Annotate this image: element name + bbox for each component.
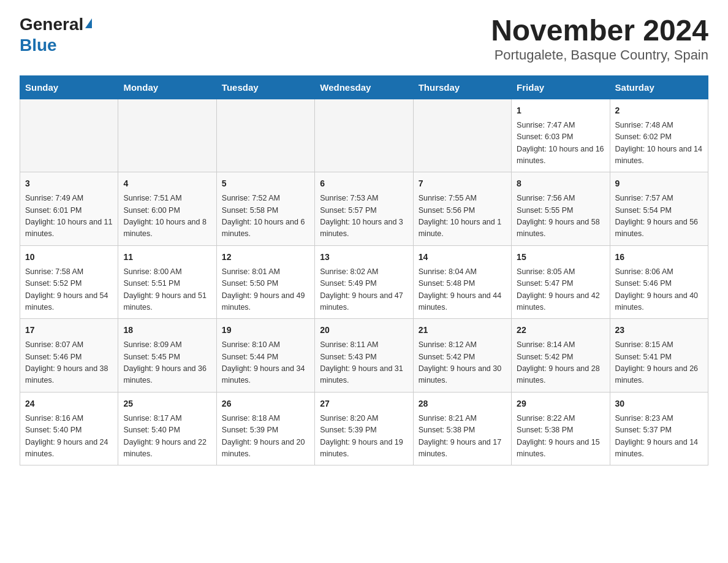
- day-info: Sunrise: 7:51 AMSunset: 6:00 PMDaylight:…: [123, 193, 211, 240]
- day-info: Sunrise: 7:53 AMSunset: 5:57 PMDaylight:…: [320, 193, 408, 240]
- calendar-week-row: 1Sunrise: 7:47 AMSunset: 6:03 PMDaylight…: [20, 99, 708, 172]
- day-number: 26: [222, 397, 309, 410]
- day-number: 12: [222, 251, 309, 264]
- calendar-cell: 19Sunrise: 8:10 AMSunset: 5:44 PMDayligh…: [216, 319, 314, 393]
- day-info: Sunrise: 7:52 AMSunset: 5:58 PMDaylight:…: [222, 193, 309, 240]
- logo: General Blue: [20, 15, 92, 55]
- day-number: 7: [419, 177, 506, 190]
- day-info: Sunrise: 7:49 AMSunset: 6:01 PMDaylight:…: [25, 193, 113, 240]
- day-info: Sunrise: 8:02 AMSunset: 5:49 PMDaylight:…: [320, 266, 408, 314]
- day-info: Sunrise: 8:21 AMSunset: 5:38 PMDaylight:…: [419, 413, 506, 461]
- calendar-cell: [20, 99, 118, 172]
- col-friday: Friday: [512, 75, 610, 99]
- calendar-week-row: 3Sunrise: 7:49 AMSunset: 6:01 PMDaylight…: [20, 172, 708, 246]
- calendar-cell: 6Sunrise: 7:53 AMSunset: 5:57 PMDaylight…: [315, 172, 413, 246]
- day-info: Sunrise: 8:16 AMSunset: 5:40 PMDaylight:…: [25, 413, 113, 461]
- day-number: 27: [320, 397, 408, 410]
- calendar-cell: 1Sunrise: 7:47 AMSunset: 6:03 PMDaylight…: [512, 99, 610, 172]
- day-info: Sunrise: 7:58 AMSunset: 5:52 PMDaylight:…: [25, 266, 113, 314]
- calendar-cell: 22Sunrise: 8:14 AMSunset: 5:42 PMDayligh…: [512, 319, 610, 393]
- day-info: Sunrise: 8:07 AMSunset: 5:46 PMDaylight:…: [25, 339, 113, 387]
- day-info: Sunrise: 8:22 AMSunset: 5:38 PMDaylight:…: [517, 413, 604, 461]
- day-info: Sunrise: 7:47 AMSunset: 6:03 PMDaylight:…: [517, 120, 604, 167]
- day-number: 11: [123, 251, 211, 264]
- day-number: 29: [517, 397, 604, 410]
- calendar-table: Sunday Monday Tuesday Wednesday Thursday…: [20, 75, 708, 466]
- calendar-cell: 29Sunrise: 8:22 AMSunset: 5:38 PMDayligh…: [512, 392, 610, 465]
- calendar-cell: 21Sunrise: 8:12 AMSunset: 5:42 PMDayligh…: [413, 319, 511, 393]
- calendar-cell: 28Sunrise: 8:21 AMSunset: 5:38 PMDayligh…: [413, 392, 511, 465]
- day-number: 3: [25, 177, 113, 190]
- day-info: Sunrise: 8:09 AMSunset: 5:45 PMDaylight:…: [123, 339, 211, 387]
- logo-general-text: General: [20, 15, 83, 34]
- col-sunday: Sunday: [20, 75, 118, 99]
- calendar-cell: 4Sunrise: 7:51 AMSunset: 6:00 PMDaylight…: [118, 172, 216, 246]
- day-number: 23: [615, 324, 703, 337]
- calendar-cell: 13Sunrise: 8:02 AMSunset: 5:49 PMDayligh…: [315, 245, 413, 319]
- day-info: Sunrise: 8:10 AMSunset: 5:44 PMDaylight:…: [222, 339, 309, 387]
- page-subtitle: Portugalete, Basque Country, Spain: [491, 47, 708, 63]
- title-block: November 2024 Portugalete, Basque Countr…: [491, 15, 708, 63]
- day-info: Sunrise: 8:20 AMSunset: 5:39 PMDaylight:…: [320, 413, 408, 461]
- calendar-cell: 25Sunrise: 8:17 AMSunset: 5:40 PMDayligh…: [118, 392, 216, 465]
- day-info: Sunrise: 8:06 AMSunset: 5:46 PMDaylight:…: [615, 266, 703, 314]
- calendar-cell: [216, 99, 314, 172]
- day-number: 15: [517, 251, 604, 264]
- day-number: 13: [320, 251, 408, 264]
- day-number: 18: [123, 324, 211, 337]
- calendar-cell: 14Sunrise: 8:04 AMSunset: 5:48 PMDayligh…: [413, 245, 511, 319]
- day-info: Sunrise: 8:15 AMSunset: 5:41 PMDaylight:…: [615, 339, 703, 387]
- day-number: 24: [25, 397, 113, 410]
- day-number: 28: [419, 397, 506, 410]
- calendar-cell: 18Sunrise: 8:09 AMSunset: 5:45 PMDayligh…: [118, 319, 216, 393]
- day-number: 22: [517, 324, 604, 337]
- calendar-cell: [118, 99, 216, 172]
- logo-blue-text: Blue: [20, 36, 57, 55]
- calendar-cell: 20Sunrise: 8:11 AMSunset: 5:43 PMDayligh…: [315, 319, 413, 393]
- day-info: Sunrise: 7:56 AMSunset: 5:55 PMDaylight:…: [517, 193, 604, 240]
- col-wednesday: Wednesday: [315, 75, 413, 99]
- calendar-cell: 30Sunrise: 8:23 AMSunset: 5:37 PMDayligh…: [610, 392, 708, 465]
- day-number: 10: [25, 251, 113, 264]
- day-number: 17: [25, 324, 113, 337]
- calendar-week-row: 17Sunrise: 8:07 AMSunset: 5:46 PMDayligh…: [20, 319, 708, 393]
- day-number: 1: [517, 104, 604, 117]
- calendar-cell: 16Sunrise: 8:06 AMSunset: 5:46 PMDayligh…: [610, 245, 708, 319]
- day-info: Sunrise: 8:00 AMSunset: 5:51 PMDaylight:…: [123, 266, 211, 314]
- col-thursday: Thursday: [413, 75, 511, 99]
- logo-chevron-icon: [85, 18, 92, 28]
- day-info: Sunrise: 7:57 AMSunset: 5:54 PMDaylight:…: [615, 193, 703, 240]
- day-number: 14: [419, 251, 506, 264]
- calendar-cell: [413, 99, 511, 172]
- day-info: Sunrise: 8:04 AMSunset: 5:48 PMDaylight:…: [419, 266, 506, 314]
- calendar-cell: 26Sunrise: 8:18 AMSunset: 5:39 PMDayligh…: [216, 392, 314, 465]
- calendar-cell: 12Sunrise: 8:01 AMSunset: 5:50 PMDayligh…: [216, 245, 314, 319]
- col-saturday: Saturday: [610, 75, 708, 99]
- calendar-cell: 7Sunrise: 7:55 AMSunset: 5:56 PMDaylight…: [413, 172, 511, 246]
- day-number: 19: [222, 324, 309, 337]
- day-number: 20: [320, 324, 408, 337]
- calendar-cell: 9Sunrise: 7:57 AMSunset: 5:54 PMDaylight…: [610, 172, 708, 246]
- day-number: 16: [615, 251, 703, 264]
- day-info: Sunrise: 8:23 AMSunset: 5:37 PMDaylight:…: [615, 413, 703, 461]
- calendar-cell: 11Sunrise: 8:00 AMSunset: 5:51 PMDayligh…: [118, 245, 216, 319]
- day-number: 4: [123, 177, 211, 190]
- calendar-cell: 23Sunrise: 8:15 AMSunset: 5:41 PMDayligh…: [610, 319, 708, 393]
- day-number: 8: [517, 177, 604, 190]
- calendar-cell: 8Sunrise: 7:56 AMSunset: 5:55 PMDaylight…: [512, 172, 610, 246]
- day-number: 9: [615, 177, 703, 190]
- page-header: General Blue November 2024 Portugalete, …: [20, 15, 708, 63]
- day-number: 2: [615, 104, 703, 117]
- day-info: Sunrise: 7:55 AMSunset: 5:56 PMDaylight:…: [419, 193, 506, 240]
- page-title: November 2024: [491, 15, 708, 47]
- day-number: 30: [615, 397, 703, 410]
- calendar-cell: 10Sunrise: 7:58 AMSunset: 5:52 PMDayligh…: [20, 245, 118, 319]
- day-number: 25: [123, 397, 211, 410]
- day-number: 21: [419, 324, 506, 337]
- calendar-week-row: 10Sunrise: 7:58 AMSunset: 5:52 PMDayligh…: [20, 245, 708, 319]
- day-info: Sunrise: 8:14 AMSunset: 5:42 PMDaylight:…: [517, 339, 604, 387]
- calendar-week-row: 24Sunrise: 8:16 AMSunset: 5:40 PMDayligh…: [20, 392, 708, 465]
- calendar-cell: 3Sunrise: 7:49 AMSunset: 6:01 PMDaylight…: [20, 172, 118, 246]
- calendar-cell: [315, 99, 413, 172]
- calendar-cell: 27Sunrise: 8:20 AMSunset: 5:39 PMDayligh…: [315, 392, 413, 465]
